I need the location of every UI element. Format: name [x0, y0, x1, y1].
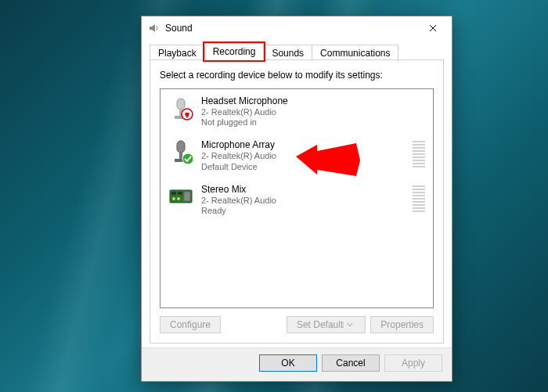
device-info: Headset Microphone 2- Realtek(R) Audio N… — [201, 95, 425, 127]
cancel-label: Cancel — [336, 358, 365, 369]
ok-button[interactable]: OK — [259, 354, 317, 372]
apply-button[interactable]: Apply — [384, 354, 442, 372]
configure-label: Configure — [170, 319, 211, 330]
device-stereo-mix[interactable]: Stereo Mix 2- Realtek(R) Audio Ready — [160, 178, 433, 221]
svg-rect-10 — [178, 192, 182, 195]
device-driver: 2- Realtek(R) Audio — [201, 195, 408, 206]
tab-strip: Playback Recording Sounds Communications — [150, 43, 444, 60]
sound-dialog: Sound Playback Recording Sounds Communic… — [141, 16, 452, 382]
svg-point-11 — [172, 197, 175, 200]
device-status: Ready — [201, 206, 408, 215]
level-meter — [413, 184, 425, 212]
device-name: Microphone Array — [201, 139, 408, 150]
svg-rect-4 — [177, 141, 185, 153]
svg-rect-13 — [184, 192, 190, 201]
svg-rect-0 — [177, 99, 185, 110]
chevron-down-icon[interactable] — [343, 322, 355, 328]
device-list[interactable]: Headset Microphone 2- Realtek(R) Audio N… — [160, 88, 434, 308]
svg-rect-9 — [171, 192, 176, 195]
instruction-text: Select a recording device below to modif… — [160, 70, 434, 81]
set-default-button[interactable]: Set Default — [287, 316, 366, 333]
device-driver: 2- Realtek(R) Audio — [201, 106, 425, 117]
device-driver: 2- Realtek(R) Audio — [201, 150, 408, 161]
properties-button[interactable]: Properties — [370, 316, 434, 333]
device-status: Not plugged in — [201, 117, 425, 127]
window-title: Sound — [165, 23, 416, 34]
sound-card-icon — [168, 184, 193, 209]
configure-button[interactable]: Configure — [160, 316, 221, 333]
set-default-label: Set Default — [297, 319, 343, 330]
ok-label: OK — [281, 358, 294, 369]
apply-label: Apply — [402, 358, 425, 369]
close-icon — [429, 24, 437, 32]
device-info: Stereo Mix 2- Realtek(R) Audio Ready — [201, 184, 408, 215]
tab-recording[interactable]: Recording — [204, 43, 265, 60]
device-info: Microphone Array 2- Realtek(R) Audio Def… — [201, 139, 408, 171]
dialog-button-row: OK Cancel Apply — [142, 347, 452, 381]
device-name: Headset Microphone — [201, 95, 425, 106]
device-name: Stereo Mix — [201, 184, 408, 195]
level-meter — [413, 139, 425, 167]
mic-icon — [168, 139, 193, 164]
close-button[interactable] — [416, 17, 450, 39]
svg-point-12 — [177, 197, 180, 200]
headset-mic-icon — [168, 95, 193, 120]
cancel-button[interactable]: Cancel — [322, 354, 380, 372]
titlebar: Sound — [142, 16, 452, 40]
device-headset-microphone[interactable]: Headset Microphone 2- Realtek(R) Audio N… — [160, 89, 433, 133]
properties-label: Properties — [380, 319, 424, 330]
device-microphone-array[interactable]: Microphone Array 2- Realtek(R) Audio Def… — [160, 133, 433, 177]
device-status: Default Device — [201, 162, 408, 171]
tab-content: Select a recording device below to modif… — [150, 59, 444, 343]
svg-rect-5 — [179, 153, 182, 159]
action-row: Configure Set Default Properties — [160, 316, 434, 333]
svg-point-7 — [182, 153, 193, 164]
speaker-icon — [148, 22, 160, 34]
